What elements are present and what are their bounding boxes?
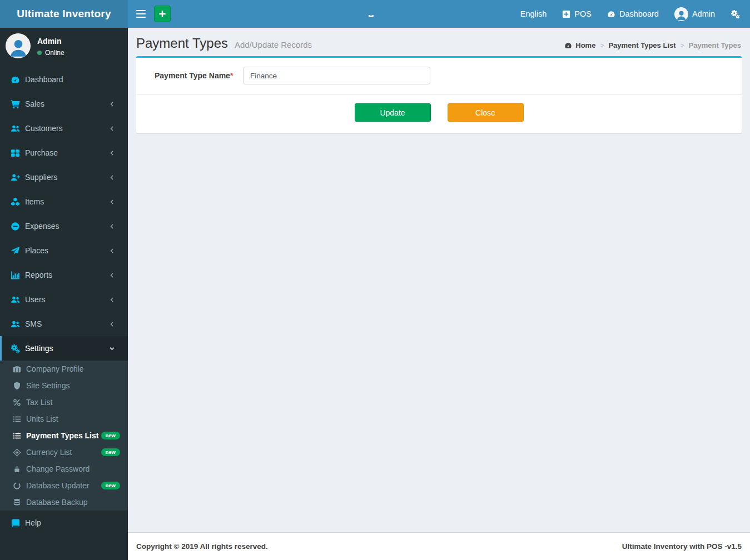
breadcrumb: Home > Payment Types List > Payment Type… bbox=[564, 41, 741, 49]
list-icon bbox=[13, 432, 21, 440]
database-icon bbox=[13, 498, 21, 507]
new-badge: new bbox=[101, 482, 120, 490]
chevron-left-icon bbox=[109, 150, 115, 156]
sidebar-item-change-password[interactable]: Change Password bbox=[0, 461, 128, 477]
sidebar-item-items[interactable]: Items bbox=[0, 189, 128, 214]
hamburger-icon bbox=[136, 10, 146, 12]
user-avatar bbox=[6, 33, 31, 58]
chevron-left-icon bbox=[109, 199, 115, 205]
users-icon bbox=[11, 295, 20, 304]
new-badge: new bbox=[101, 432, 120, 440]
chevron-left-icon bbox=[109, 272, 115, 278]
users-icon bbox=[11, 319, 20, 329]
breadcrumb-separator: > bbox=[600, 42, 604, 49]
sidebar-item-units-list[interactable]: Units List bbox=[0, 411, 128, 427]
bar-chart-icon bbox=[11, 271, 20, 280]
quick-add-button[interactable] bbox=[154, 6, 171, 22]
sidebar-item-payment-types-list[interactable]: Payment Types List new bbox=[0, 427, 128, 444]
pos-link[interactable]: POS bbox=[554, 0, 599, 28]
cubes-icon bbox=[11, 197, 20, 207]
chevron-down-icon bbox=[109, 346, 115, 352]
grid-icon bbox=[11, 148, 20, 158]
breadcrumb-home-link[interactable]: Home bbox=[564, 41, 595, 49]
sidebar-item-dashboard[interactable]: Dashboard bbox=[0, 67, 128, 92]
sidebar-user-panel: Admin Online bbox=[0, 28, 128, 64]
footer-version: Ultimate Inventory with POS -v1.5 bbox=[622, 542, 742, 551]
chevron-left-icon bbox=[109, 321, 115, 327]
book-icon bbox=[11, 518, 20, 528]
lock-icon bbox=[13, 465, 21, 473]
chevron-left-icon bbox=[109, 248, 115, 254]
top-navbar: Ultimate Inventory English POS Dashboard bbox=[0, 0, 750, 28]
chevron-left-icon bbox=[109, 223, 115, 229]
dashboard-link[interactable]: Dashboard bbox=[599, 0, 667, 28]
required-asterisk: * bbox=[230, 71, 233, 80]
sidebar-toggle-button[interactable] bbox=[128, 0, 153, 28]
navbar-right-menu: English POS Dashboard Admin bbox=[513, 0, 748, 28]
user-menu[interactable]: Admin bbox=[667, 0, 723, 28]
page-subtitle: Add/Update Records bbox=[235, 40, 312, 49]
user-status-link[interactable]: Online bbox=[37, 49, 64, 57]
brand-logo[interactable]: Ultimate Inventory bbox=[0, 0, 128, 28]
footer-copyright: Copyright © 2019 All rights reserved. bbox=[136, 542, 268, 551]
content-header: Payment Types Add/Update Records Home > … bbox=[128, 28, 750, 54]
briefcase-icon bbox=[13, 365, 21, 373]
chevron-left-icon bbox=[109, 297, 115, 303]
language-menu[interactable]: English bbox=[513, 0, 555, 28]
person-icon bbox=[8, 37, 29, 58]
payment-type-name-input[interactable] bbox=[243, 67, 430, 84]
online-dot-icon bbox=[37, 51, 42, 55]
plus-icon bbox=[158, 10, 166, 18]
sidebar-item-customers[interactable]: Customers bbox=[0, 116, 128, 141]
sidebar-item-company-profile[interactable]: Company Profile bbox=[0, 361, 128, 377]
percent-icon bbox=[13, 398, 21, 407]
breadcrumb-current: Payment Types bbox=[689, 41, 741, 49]
gears-icon bbox=[731, 9, 740, 19]
sidebar-item-site-settings[interactable]: Site Settings bbox=[0, 377, 128, 394]
sidebar-item-sales[interactable]: Sales bbox=[0, 92, 128, 116]
sidebar-item-database-updater[interactable]: Database Updater new bbox=[0, 477, 128, 494]
sidebar: Admin Online Dashboard Sales bbox=[0, 28, 128, 560]
settings-submenu: Company Profile Site Settings Tax List U… bbox=[0, 361, 128, 511]
sidebar-item-help[interactable]: Help bbox=[0, 511, 128, 535]
gears-icon bbox=[11, 344, 20, 353]
sidebar-item-settings[interactable]: Settings bbox=[0, 336, 128, 361]
sidebar-item-database-backup[interactable]: Database Backup bbox=[0, 494, 128, 511]
chevron-left-icon bbox=[109, 101, 115, 107]
sidebar-item-currency-list[interactable]: Currency List new bbox=[0, 444, 128, 461]
cart-icon bbox=[11, 99, 20, 109]
gauge-icon bbox=[607, 10, 615, 18]
sidebar-item-places[interactable]: Places bbox=[0, 238, 128, 263]
paper-plane-icon bbox=[11, 246, 20, 256]
sidebar-item-purchase[interactable]: Purchase bbox=[0, 141, 128, 165]
control-sidebar-toggle[interactable] bbox=[723, 0, 748, 28]
page-title: Payment Types bbox=[136, 36, 228, 51]
content-area: Payment Types Add/Update Records Home > … bbox=[128, 28, 750, 532]
minus-circle-icon bbox=[11, 222, 20, 231]
sidebar-item-reports[interactable]: Reports bbox=[0, 263, 128, 287]
close-button[interactable]: Close bbox=[448, 103, 524, 122]
form-actions: Update Close bbox=[136, 95, 742, 133]
sidebar-item-tax-list[interactable]: Tax List bbox=[0, 394, 128, 411]
new-badge: new bbox=[101, 448, 120, 457]
gauge-icon bbox=[11, 75, 20, 84]
plus-square-icon bbox=[562, 10, 570, 18]
breadcrumb-separator: > bbox=[681, 42, 684, 49]
diamond-icon bbox=[13, 448, 21, 457]
footer: Copyright © 2019 All rights reserved. Ul… bbox=[128, 532, 750, 560]
circle-notch-icon bbox=[13, 482, 21, 490]
update-button[interactable]: Update bbox=[355, 103, 431, 122]
users-icon bbox=[11, 124, 20, 133]
chevron-left-icon bbox=[109, 126, 115, 132]
breadcrumb-parent-link[interactable]: Payment Types List bbox=[608, 41, 676, 49]
sidebar-item-expenses[interactable]: Expenses bbox=[0, 214, 128, 238]
sidebar-menu: Dashboard Sales Customers Purchase bbox=[0, 67, 128, 535]
list-icon bbox=[13, 415, 21, 423]
sidebar-item-suppliers[interactable]: Suppliers bbox=[0, 165, 128, 189]
user-avatar bbox=[674, 7, 688, 21]
sidebar-item-users[interactable]: Users bbox=[0, 287, 128, 312]
payment-type-name-label: Payment Type Name* bbox=[155, 71, 243, 80]
gauge-icon bbox=[564, 42, 572, 49]
sidebar-item-sms[interactable]: SMS bbox=[0, 312, 128, 336]
payment-type-form-panel: Payment Type Name* Update Close bbox=[136, 56, 742, 133]
